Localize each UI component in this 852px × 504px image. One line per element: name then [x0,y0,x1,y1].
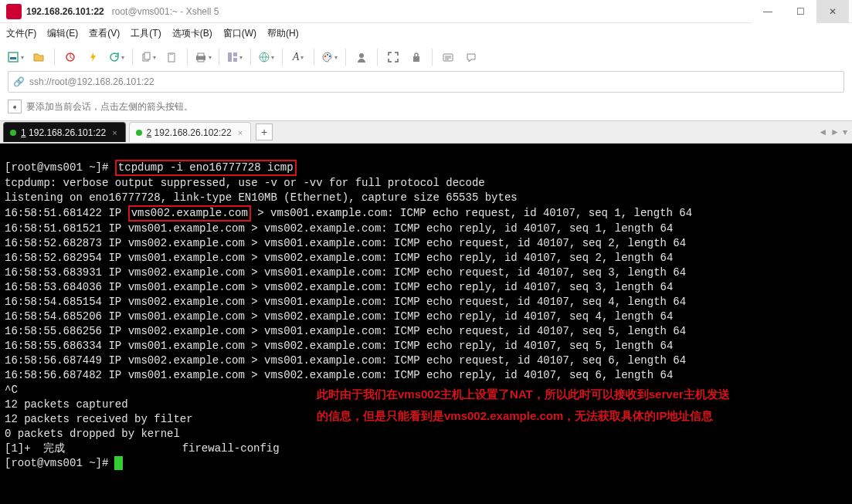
address-text: ssh://root@192.168.26.101:22 [29,76,154,87]
svg-rect-10 [228,52,232,62]
address-bar[interactable]: 🔗 ssh://root@192.168.26.101:22 [8,71,844,93]
link-icon: 🔗 [13,76,25,87]
term-line: tcpdump: verbose output suppressed, use … [5,177,485,189]
svg-point-16 [329,56,331,57]
term-line: 16:58:54.685154 IP vms002.example.com > … [5,296,686,308]
terminal-output[interactable]: [root@vms001 ~]# tcpdump -i eno16777728 … [0,144,852,504]
term-line: 16:58:56.687449 IP vms002.example.com > … [5,354,686,367]
new-session-button[interactable] [5,46,26,68]
chat-button[interactable] [460,46,482,68]
term-line: 0 packets dropped by kernel [5,428,180,440]
svg-rect-9 [198,59,204,62]
svg-rect-8 [198,53,204,56]
tab-scroll-left-icon[interactable]: ◄ [818,127,827,137]
status-dot-icon [10,130,16,136]
menu-view[interactable]: 查看(V) [89,27,120,40]
reconnect-button[interactable] [106,46,127,68]
svg-point-15 [327,54,328,56]
term-line: 16:58:55.686334 IP vms001.example.com > … [5,340,673,352]
svg-rect-18 [413,56,419,62]
tab-add-button[interactable]: + [256,123,273,140]
tab-1-label: 192.168.26.101:22 [29,127,106,138]
disconnect-bolt-icon[interactable] [83,46,104,68]
copy-button[interactable] [137,46,159,68]
menu-window[interactable]: 窗口(W) [223,27,256,40]
maximize-button[interactable]: ☐ [784,0,816,23]
tab-session-1[interactable]: 1 192.168.26.101:22 × [3,122,126,142]
lock-icon[interactable] [406,46,427,68]
svg-rect-1 [10,57,16,59]
tab-2-index: 2 [147,127,152,138]
compose-button[interactable] [437,46,459,68]
fullscreen-button[interactable] [382,46,404,68]
tab-menu-icon[interactable]: ▾ [843,127,847,137]
status-dot-icon [136,130,142,136]
toolbar: A [0,43,852,71]
term-line: 16:58:51.681521 IP vms001.example.com > … [5,222,673,235]
user-button[interactable] [351,46,372,68]
print-button[interactable] [192,46,214,68]
window-title-suffix: root@vms001:~ - Xshell 5 [112,6,219,17]
terminal-cursor [115,457,122,469]
annotation-line-2: 的信息，但是只能看到是vms002.example.com，无法获取具体的IP地… [317,406,713,426]
highlighted-host: vms002.example.com [128,205,251,222]
menu-tools[interactable]: 工具(T) [131,27,161,40]
svg-rect-6 [170,52,173,55]
menu-edit[interactable]: 编辑(E) [47,27,78,40]
menu-help[interactable]: 帮助(H) [267,27,299,40]
term-line-part: 16:58:51.681422 IP [5,207,128,219]
annotation-line-1: 此时由于我们在vms002主机上设置了NAT，所以此时可以接收到server主机… [317,384,730,404]
term-line: 16:58:53.684036 IP vms001.example.com > … [5,281,673,293]
session-tabs: 1 192.168.26.101:22 × 2 192.168.26.102:2… [0,120,852,144]
term-line: 12 packets captured [5,398,128,411]
menubar: 文件(F) 编辑(E) 查看(V) 工具(T) 选项卡(B) 窗口(W) 帮助(… [0,23,852,43]
paste-button[interactable] [161,46,182,68]
svg-point-14 [324,56,326,57]
hint-text: 要添加当前会话，点击左侧的箭头按钮。 [26,100,193,113]
menu-file[interactable]: 文件(F) [6,27,36,40]
minimize-button[interactable]: — [752,0,784,23]
layout-button[interactable] [224,46,246,68]
term-line: 16:58:56.687482 IP vms001.example.com > … [5,369,673,381]
term-line: listening on eno16777728, link-type EN10… [5,191,518,204]
tab-session-2[interactable]: 2 192.168.26.102:22 × [129,122,252,142]
term-line: 16:58:52.682873 IP vms002.example.com > … [5,237,686,249]
prompt: [root@vms001 ~]# [5,457,115,469]
menu-tabs[interactable]: 选项卡(B) [172,27,212,40]
term-line-part: > vms001.example.com: ICMP echo request,… [251,207,692,219]
tab-2-label: 192.168.26.102:22 [154,127,232,138]
term-line: 16:58:54.685206 IP vms001.example.com > … [5,310,673,323]
tab-scroll-right-icon[interactable]: ► [830,127,840,137]
svg-point-17 [359,53,364,58]
term-line: 16:58:53.683931 IP vms002.example.com > … [5,266,686,279]
font-button[interactable]: A [287,46,309,68]
term-line: ^C [5,384,18,396]
window-title-host: 192.168.26.101:22 [26,6,104,17]
term-line: 12 packets received by filter [5,413,193,425]
svg-rect-4 [144,52,150,59]
app-icon [6,4,22,19]
tab-2-close-icon[interactable]: × [238,128,243,137]
tab-1-close-icon[interactable]: × [112,128,117,137]
hint-bar: ➧ 要添加当前会话，点击左侧的箭头按钮。 [8,96,844,117]
connect-button[interactable] [59,46,81,68]
tab-1-index: 1 [21,127,26,138]
close-button[interactable]: ✕ [816,0,849,23]
term-line: 16:58:52.682954 IP vms001.example.com > … [5,252,673,264]
svg-rect-12 [233,58,237,62]
term-line: 16:58:55.686256 IP vms002.example.com > … [5,325,686,337]
highlighted-command: tcpdump -i eno16777728 icmp [115,160,297,176]
encoding-button[interactable] [256,46,277,68]
open-button[interactable] [28,46,49,68]
svg-rect-11 [233,52,237,56]
add-session-arrow-button[interactable]: ➧ [8,100,22,113]
color-scheme-button[interactable] [319,46,341,68]
prompt: [root@vms001 ~]# [5,161,115,174]
term-line: [1]+ 完成 firewall-config [5,442,280,455]
window-titlebar: 192.168.26.101:22 root@vms001:~ - Xshell… [0,0,852,23]
